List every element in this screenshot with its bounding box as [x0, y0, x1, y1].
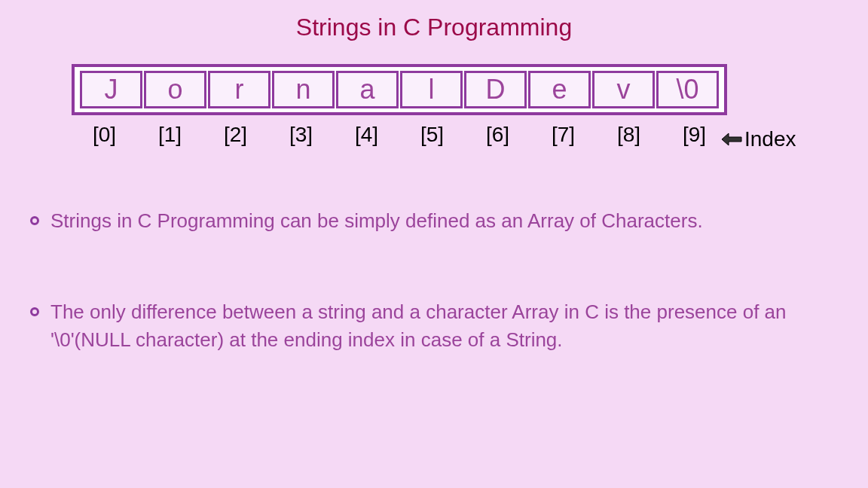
- bullet-list: Strings in C Programming can be simply d…: [30, 207, 838, 353]
- bullet-dot-icon: [30, 307, 39, 316]
- index-label-cell: [6]: [465, 123, 530, 147]
- array-cell: n: [272, 71, 335, 108]
- index-label-cell: [2]: [203, 123, 268, 147]
- array-cell: l: [400, 71, 463, 108]
- array-cell: e: [528, 71, 591, 108]
- bullet-item: The only difference between a string and…: [30, 298, 838, 353]
- left-arrow-icon: [721, 133, 742, 146]
- index-label-cell: [1]: [137, 123, 203, 147]
- index-label-cell: [8]: [596, 123, 662, 147]
- index-label-cell: [0]: [72, 123, 137, 147]
- array-cell: r: [208, 71, 270, 108]
- page-title: Strings in C Programming: [0, 14, 868, 41]
- char-array: J o r n a l D e v \0: [72, 64, 727, 115]
- array-cell: o: [144, 71, 206, 108]
- array-cell: a: [336, 71, 399, 108]
- array-cell: v: [592, 71, 655, 108]
- index-label-cell: [3]: [268, 123, 334, 147]
- index-label-cell: [5]: [399, 123, 465, 147]
- index-label-cell: [4]: [334, 123, 399, 147]
- bullet-text: The only difference between a string and…: [50, 298, 838, 353]
- bullet-dot-icon: [30, 216, 39, 225]
- array-cell: D: [464, 71, 527, 108]
- bullet-item: Strings in C Programming can be simply d…: [30, 207, 838, 234]
- array-cell: J: [80, 71, 142, 108]
- index-label-cell: [7]: [530, 123, 596, 147]
- index-text-label: Index: [744, 127, 796, 151]
- index-row: [0] [1] [2] [3] [4] [5] [6] [7] [8] [9] …: [72, 123, 727, 147]
- index-label-cell: [9]: [662, 123, 727, 147]
- array-cell: \0: [656, 71, 719, 108]
- bullet-text: Strings in C Programming can be simply d…: [50, 207, 703, 234]
- index-arrow-label: Index: [721, 127, 796, 151]
